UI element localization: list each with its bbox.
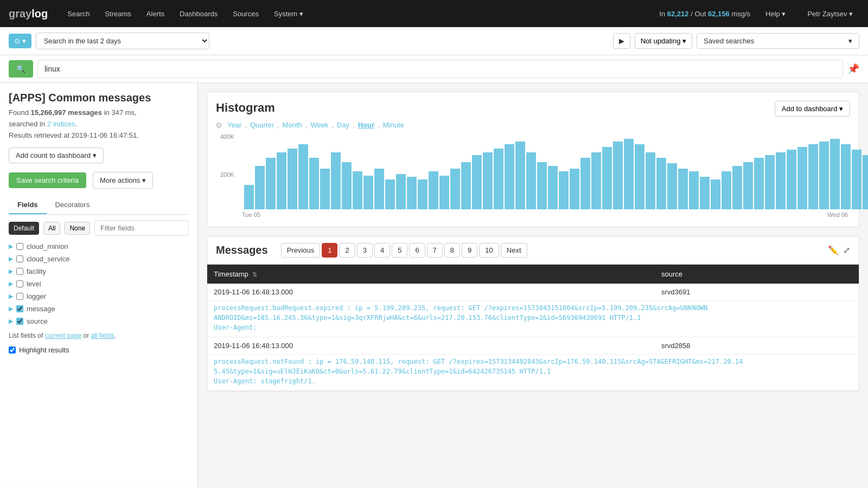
all-fields-link[interactable]: all fields: [91, 332, 114, 339]
page-6-button[interactable]: 6: [409, 243, 425, 258]
time-year[interactable]: Year: [227, 121, 241, 129]
play-button[interactable]: ▶: [613, 33, 630, 49]
field-checkbox[interactable]: [16, 243, 23, 250]
field-type-default[interactable]: Default: [9, 222, 39, 235]
histogram-bar[interactable]: [819, 142, 829, 209]
add-to-dashboard-button[interactable]: Add to dashboard ▾: [775, 101, 850, 117]
histogram-bar[interactable]: [559, 171, 569, 209]
histogram-bar[interactable]: [776, 152, 786, 209]
add-count-to-dashboard-button[interactable]: Add count to dashboard ▾: [9, 147, 104, 163]
histogram-bar[interactable]: [396, 174, 406, 209]
histogram-bar[interactable]: [678, 169, 688, 209]
time-range-select[interactable]: Search in the last 2 days: [36, 33, 209, 49]
histogram-bar[interactable]: [808, 144, 818, 209]
histogram-bar[interactable]: [450, 169, 460, 209]
page-1-button[interactable]: 1: [322, 243, 337, 258]
histogram-bar[interactable]: [309, 158, 319, 209]
field-arrow[interactable]: ▶: [9, 305, 13, 312]
save-search-criteria-button[interactable]: Save search criteria: [9, 172, 86, 188]
histogram-bar[interactable]: [722, 171, 731, 209]
histogram-bar[interactable]: [743, 162, 753, 210]
histogram-bar[interactable]: [266, 158, 276, 209]
histogram-bar[interactable]: [754, 158, 764, 209]
histogram-bar[interactable]: [320, 169, 330, 209]
field-checkbox[interactable]: [16, 280, 23, 287]
nav-user[interactable]: Petr Zaytsev ▾: [801, 7, 859, 21]
time-minute[interactable]: Minute: [383, 121, 404, 129]
histogram-bar[interactable]: [418, 179, 427, 209]
histogram-bar[interactable]: [635, 144, 644, 209]
histogram-bar[interactable]: [515, 142, 525, 209]
histogram-bar[interactable]: [429, 171, 438, 209]
histogram-bar[interactable]: [537, 162, 547, 210]
field-arrow[interactable]: ▶: [9, 268, 13, 275]
histogram-bar[interactable]: [461, 162, 471, 210]
nav-alerts[interactable]: Alerts: [140, 7, 171, 21]
nav-streams[interactable]: Streams: [98, 7, 137, 21]
histogram-bar[interactable]: [656, 158, 666, 209]
field-arrow[interactable]: ▶: [9, 318, 13, 325]
tab-fields[interactable]: Fields: [9, 196, 47, 214]
histogram-bar[interactable]: [852, 150, 861, 209]
not-updating-button[interactable]: Not updating ▾: [635, 33, 692, 49]
field-checkbox[interactable]: [16, 268, 23, 275]
nav-system[interactable]: System ▾: [267, 7, 310, 21]
histogram-bar[interactable]: [363, 176, 373, 210]
time-quarter[interactable]: Quarter: [250, 121, 274, 129]
histogram-bar[interactable]: [646, 152, 655, 209]
saved-searches-dropdown[interactable]: Saved searches ▾: [697, 33, 859, 49]
indices-link[interactable]: 2 indices: [47, 120, 75, 128]
histogram-bar[interactable]: [472, 155, 482, 209]
field-type-all[interactable]: All: [43, 222, 60, 235]
time-week[interactable]: Week: [310, 121, 328, 129]
edit-icon[interactable]: ✏️: [828, 245, 839, 255]
page-8-button[interactable]: 8: [444, 243, 460, 258]
source-header[interactable]: source: [655, 265, 859, 284]
histogram-bar[interactable]: [570, 169, 579, 209]
field-checkbox[interactable]: [16, 305, 23, 312]
histogram-bar[interactable]: [548, 166, 558, 209]
field-type-none[interactable]: None: [65, 222, 90, 235]
nav-help[interactable]: Help ▾: [759, 7, 792, 21]
histogram-bar[interactable]: [331, 152, 341, 209]
histogram-bar[interactable]: [439, 176, 449, 210]
field-checkbox[interactable]: [16, 293, 23, 300]
histogram-bar[interactable]: [711, 179, 720, 209]
histogram-bar[interactable]: [494, 149, 503, 210]
page-10-button[interactable]: 10: [479, 243, 499, 258]
page-3-button[interactable]: 3: [357, 243, 373, 258]
histogram-bar[interactable]: [385, 179, 395, 209]
highlight-checkbox[interactable]: [9, 346, 16, 354]
page-7-button[interactable]: 7: [427, 243, 443, 258]
histogram-bar[interactable]: [613, 142, 623, 209]
histogram-bar[interactable]: [483, 152, 493, 209]
time-month[interactable]: Month: [283, 121, 302, 129]
histogram-bar[interactable]: [505, 144, 514, 209]
field-arrow[interactable]: ▶: [9, 280, 13, 287]
page-5-button[interactable]: 5: [392, 243, 407, 258]
histogram-bar[interactable]: [700, 177, 710, 209]
histogram-bar[interactable]: [353, 171, 362, 209]
histogram-bar[interactable]: [580, 158, 590, 209]
histogram-bar[interactable]: [374, 169, 384, 209]
pin-icon[interactable]: 📌: [847, 63, 859, 75]
histogram-bar[interactable]: [732, 166, 742, 209]
histogram-bar[interactable]: [255, 166, 265, 209]
histogram-bar[interactable]: [244, 185, 254, 209]
next-page-button[interactable]: Next: [501, 243, 527, 258]
field-arrow[interactable]: ▶: [9, 243, 13, 250]
histogram-bar[interactable]: [602, 147, 612, 209]
time-hour[interactable]: Hour: [358, 121, 374, 129]
page-2-button[interactable]: 2: [339, 243, 355, 258]
histogram-bar[interactable]: [689, 171, 699, 209]
histogram-bar[interactable]: [787, 150, 796, 209]
histogram-bar[interactable]: [830, 139, 840, 209]
time-day[interactable]: Day: [337, 121, 349, 129]
nav-sources[interactable]: Sources: [226, 7, 265, 21]
histogram-bar[interactable]: [407, 177, 417, 209]
histogram-bar[interactable]: [342, 162, 352, 210]
search-type-button[interactable]: ⊙ ▾: [9, 34, 31, 48]
filter-fields-input[interactable]: [94, 220, 189, 236]
histogram-bar[interactable]: [298, 144, 308, 209]
page-4-button[interactable]: 4: [374, 243, 390, 258]
